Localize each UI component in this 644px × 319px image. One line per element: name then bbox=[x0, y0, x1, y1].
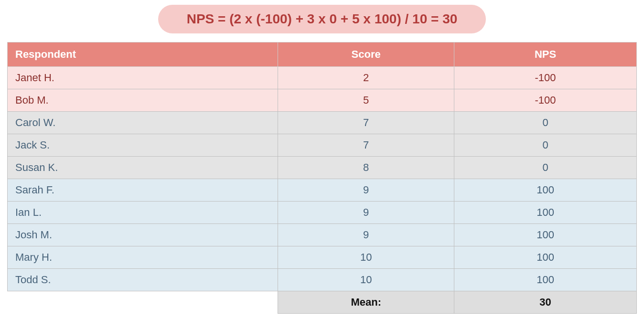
respondent-name: Bob M. bbox=[8, 89, 278, 112]
mean-spacer bbox=[8, 291, 278, 314]
mean-row: Mean: 30 bbox=[8, 291, 637, 314]
respondent-score: 10 bbox=[278, 246, 454, 269]
respondent-name: Jack S. bbox=[8, 134, 278, 157]
respondent-name: Mary H. bbox=[8, 246, 278, 269]
table-row: Susan K.80 bbox=[8, 157, 637, 179]
respondent-score: 9 bbox=[278, 202, 454, 224]
respondent-name: Josh M. bbox=[8, 224, 278, 246]
mean-value: 30 bbox=[454, 291, 637, 314]
respondent-nps: 100 bbox=[454, 269, 637, 291]
nps-table: Respondent Score NPS Janet H.2-100Bob M.… bbox=[7, 42, 637, 314]
respondent-name: Todd S. bbox=[8, 269, 278, 291]
respondent-name: Ian L. bbox=[8, 202, 278, 224]
respondent-score: 7 bbox=[278, 112, 454, 134]
header-respondent: Respondent bbox=[8, 43, 278, 67]
table-row: Mary H.10100 bbox=[8, 246, 637, 269]
respondent-score: 8 bbox=[278, 157, 454, 179]
respondent-nps: 0 bbox=[454, 112, 637, 134]
respondent-nps: 0 bbox=[454, 134, 637, 157]
table-row: Janet H.2-100 bbox=[8, 67, 637, 89]
table-row: Carol W.70 bbox=[8, 112, 637, 134]
respondent-score: 9 bbox=[278, 224, 454, 246]
mean-label: Mean: bbox=[278, 291, 454, 314]
respondent-score: 2 bbox=[278, 67, 454, 89]
table-row: Jack S.70 bbox=[8, 134, 637, 157]
respondent-score: 9 bbox=[278, 179, 454, 202]
formula-container: NPS = (2 x (-100) + 3 x 0 + 5 x 100) / 1… bbox=[7, 5, 637, 33]
respondent-nps: -100 bbox=[454, 89, 637, 112]
respondent-nps: -100 bbox=[454, 67, 637, 89]
respondent-score: 7 bbox=[278, 134, 454, 157]
header-score: Score bbox=[278, 43, 454, 67]
header-nps: NPS bbox=[454, 43, 637, 67]
respondent-name: Sarah F. bbox=[8, 179, 278, 202]
respondent-score: 10 bbox=[278, 269, 454, 291]
respondent-nps: 100 bbox=[454, 246, 637, 269]
table-row: Bob M.5-100 bbox=[8, 89, 637, 112]
table-row: Sarah F.9100 bbox=[8, 179, 637, 202]
table-row: Josh M.9100 bbox=[8, 224, 637, 246]
table-row: Ian L.9100 bbox=[8, 202, 637, 224]
respondent-nps: 100 bbox=[454, 179, 637, 202]
respondent-score: 5 bbox=[278, 89, 454, 112]
respondent-name: Janet H. bbox=[8, 67, 278, 89]
respondent-nps: 100 bbox=[454, 224, 637, 246]
respondent-name: Susan K. bbox=[8, 157, 278, 179]
respondent-nps: 100 bbox=[454, 202, 637, 224]
table-row: Todd S.10100 bbox=[8, 269, 637, 291]
table-header-row: Respondent Score NPS bbox=[8, 43, 637, 67]
nps-formula: NPS = (2 x (-100) + 3 x 0 + 5 x 100) / 1… bbox=[158, 5, 486, 33]
respondent-nps: 0 bbox=[454, 157, 637, 179]
respondent-name: Carol W. bbox=[8, 112, 278, 134]
